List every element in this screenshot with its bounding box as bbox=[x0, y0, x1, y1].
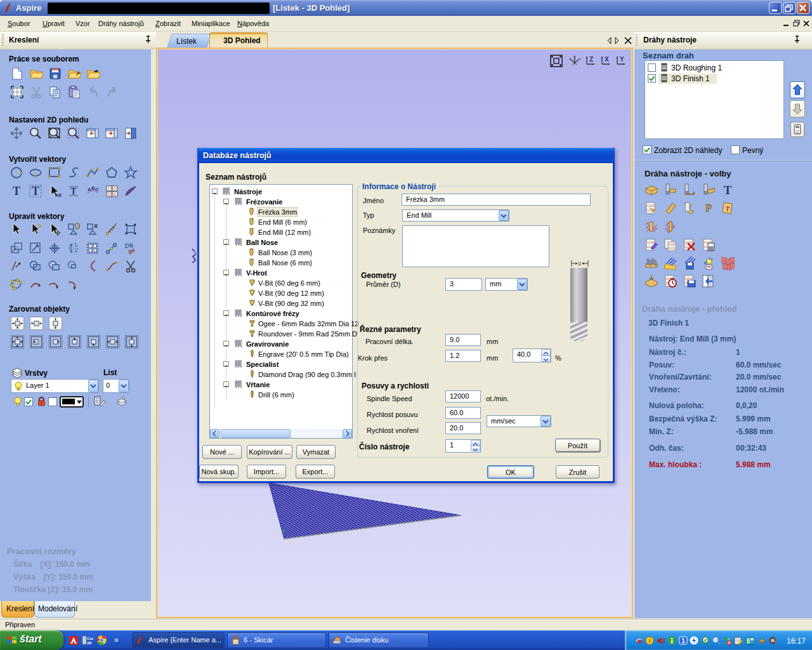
svg-text:C: C bbox=[95, 187, 99, 192]
svg-text:X: X bbox=[94, 223, 98, 229]
svg-text:y: y bbox=[569, 56, 571, 60]
svg-text:X: X bbox=[605, 56, 609, 63]
svg-text:Y: Y bbox=[620, 56, 624, 63]
svg-text:x: x bbox=[579, 56, 581, 60]
svg-text:C: C bbox=[108, 187, 111, 191]
svg-text:!: ! bbox=[649, 638, 651, 644]
svg-text:D: D bbox=[578, 262, 581, 266]
svg-text:T: T bbox=[13, 185, 20, 197]
svg-text:ge: ge bbox=[128, 247, 136, 255]
svg-text:D: D bbox=[108, 192, 111, 197]
svg-text:1: 1 bbox=[681, 637, 685, 644]
svg-text:Z: Z bbox=[589, 56, 593, 63]
svg-text:T: T bbox=[32, 185, 39, 197]
svg-text:z: z bbox=[573, 55, 575, 58]
svg-text:Cut: Cut bbox=[87, 637, 93, 640]
svg-text:G00: G00 bbox=[647, 204, 655, 208]
svg-text:AB: AB bbox=[55, 193, 62, 197]
svg-text:G00: G00 bbox=[647, 241, 655, 244]
svg-text:3D: 3D bbox=[87, 641, 92, 645]
svg-text:T: T bbox=[70, 187, 77, 196]
svg-text:G01: G01 bbox=[669, 246, 675, 250]
svg-text:A: A bbox=[114, 192, 117, 197]
svg-text:O: O bbox=[113, 187, 116, 191]
svg-text:P: P bbox=[705, 202, 712, 213]
svg-text:G00: G00 bbox=[685, 277, 693, 281]
svg-text:T: T bbox=[724, 183, 732, 197]
